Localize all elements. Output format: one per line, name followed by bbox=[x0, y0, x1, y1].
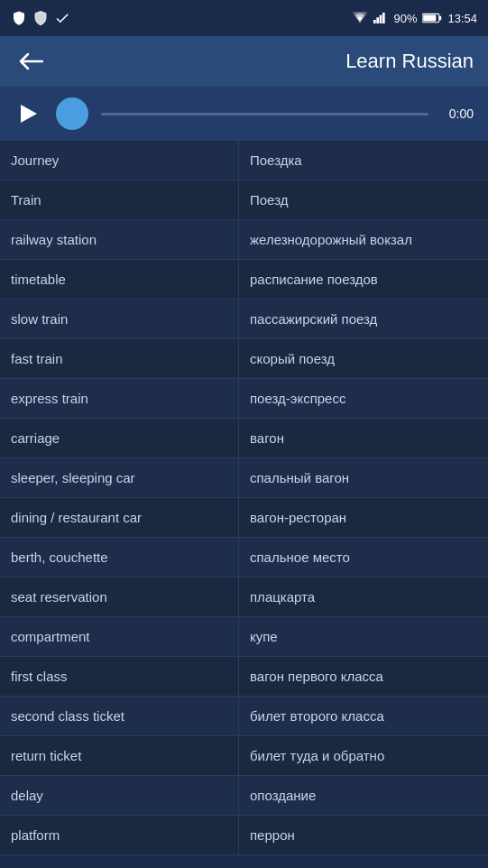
table-row[interactable]: platformперрон bbox=[0, 816, 488, 855]
cell-russian: билет второго класса bbox=[239, 697, 488, 735]
status-icons bbox=[11, 10, 70, 26]
svg-rect-0 bbox=[373, 20, 376, 23]
cell-russian: билет туда и обратно bbox=[239, 736, 488, 775]
table-row[interactable]: TrainПоезд bbox=[0, 180, 488, 220]
table-row[interactable]: slow trainпассажирский поезд bbox=[0, 300, 488, 339]
svg-rect-3 bbox=[382, 13, 385, 23]
time-counter: 0:00 bbox=[441, 106, 474, 121]
check-icon bbox=[54, 10, 70, 26]
table-row[interactable]: carriageвагон bbox=[0, 419, 488, 458]
cell-russian: перрон bbox=[239, 816, 488, 854]
cell-russian: опоздание bbox=[239, 776, 488, 815]
cell-english: compartment bbox=[0, 617, 239, 656]
table-row[interactable]: delayопоздание bbox=[0, 776, 488, 816]
table-row[interactable]: railway stationжелезнодорожный вокзал bbox=[0, 220, 488, 260]
cell-english: express train bbox=[0, 379, 239, 418]
cell-russian: вагон первого класса bbox=[239, 657, 488, 696]
table-row[interactable]: timetableрасписание поездов bbox=[0, 260, 488, 300]
cell-english: platform bbox=[0, 816, 239, 854]
wifi-icon bbox=[352, 12, 368, 24]
table-row[interactable]: second class ticketбилет второго класса bbox=[0, 697, 488, 736]
table-row[interactable]: return ticketбилет туда и обратно bbox=[0, 736, 488, 776]
cell-english: delay bbox=[0, 776, 239, 815]
table-row[interactable]: berth, couchetteспальное место bbox=[0, 538, 488, 577]
cell-english: Train bbox=[0, 180, 239, 219]
progress-bar[interactable] bbox=[101, 113, 428, 115]
cell-english: fast train bbox=[0, 339, 239, 378]
shield-icon-1 bbox=[11, 10, 27, 26]
cell-russian: Поезд bbox=[239, 180, 488, 219]
cell-english: carriage bbox=[0, 419, 239, 457]
cell-english: Journey bbox=[0, 141, 239, 180]
back-button[interactable] bbox=[14, 45, 47, 78]
back-arrow-icon bbox=[18, 51, 43, 71]
table-row[interactable]: express trainпоезд-экспресс bbox=[0, 379, 488, 419]
page-title: Learn Russian bbox=[47, 50, 474, 73]
cell-english: return ticket bbox=[0, 736, 239, 775]
cell-english: berth, couchette bbox=[0, 538, 239, 577]
cell-english: railway station bbox=[0, 220, 239, 259]
vocab-table: JourneyПоездкаTrainПоездrailway stationж… bbox=[0, 141, 488, 855]
table-row[interactable]: compartmentкупе bbox=[0, 617, 488, 657]
cell-russian: спальное место bbox=[239, 538, 488, 577]
cell-english: second class ticket bbox=[0, 697, 239, 735]
table-row[interactable]: fast trainскорый поезд bbox=[0, 339, 488, 379]
cell-english: first class bbox=[0, 657, 239, 696]
time-display: 13:54 bbox=[447, 12, 477, 25]
svg-rect-6 bbox=[424, 14, 437, 21]
cell-russian: скорый поезд bbox=[239, 339, 488, 378]
status-right: 90% 13:54 bbox=[352, 12, 477, 25]
cell-english: seat reservation bbox=[0, 577, 239, 616]
play-button[interactable] bbox=[14, 99, 43, 128]
svg-rect-5 bbox=[439, 16, 441, 21]
cell-russian: вагон-ресторан bbox=[239, 498, 488, 537]
cell-english: dining / restaurant car bbox=[0, 498, 239, 537]
cell-russian: вагон bbox=[239, 419, 488, 457]
svg-rect-1 bbox=[377, 17, 380, 23]
record-button[interactable] bbox=[56, 97, 88, 130]
table-row[interactable]: JourneyПоездка bbox=[0, 141, 488, 180]
cell-russian: железнодорожный вокзал bbox=[239, 220, 488, 259]
player-bar: 0:00 bbox=[0, 87, 488, 141]
cell-russian: купе bbox=[239, 617, 488, 656]
cell-russian: спальный вагон bbox=[239, 458, 488, 497]
play-icon bbox=[21, 105, 37, 123]
cell-russian: Поездка bbox=[239, 141, 488, 180]
cell-english: sleeper, sleeping car bbox=[0, 458, 239, 497]
battery-icon bbox=[422, 12, 442, 24]
shield-icon-2 bbox=[32, 10, 49, 26]
cell-russian: плацкарта bbox=[239, 577, 488, 616]
table-row[interactable]: sleeper, sleeping carспальный вагон bbox=[0, 458, 488, 498]
cell-russian: расписание поездов bbox=[239, 260, 488, 299]
cell-russian: пассажирский поезд bbox=[239, 300, 488, 338]
svg-rect-2 bbox=[380, 15, 382, 23]
cell-english: timetable bbox=[0, 260, 239, 299]
header: Learn Russian bbox=[0, 36, 488, 87]
signal-icon bbox=[373, 12, 388, 24]
table-row[interactable]: first classвагон первого класса bbox=[0, 657, 488, 697]
table-row[interactable]: seat reservationплацкарта bbox=[0, 577, 488, 617]
table-row[interactable]: dining / restaurant carвагон-ресторан bbox=[0, 498, 488, 538]
cell-russian: поезд-экспресс bbox=[239, 379, 488, 418]
status-bar: 90% 13:54 bbox=[0, 0, 488, 36]
cell-english: slow train bbox=[0, 300, 239, 338]
battery-text: 90% bbox=[393, 12, 417, 25]
